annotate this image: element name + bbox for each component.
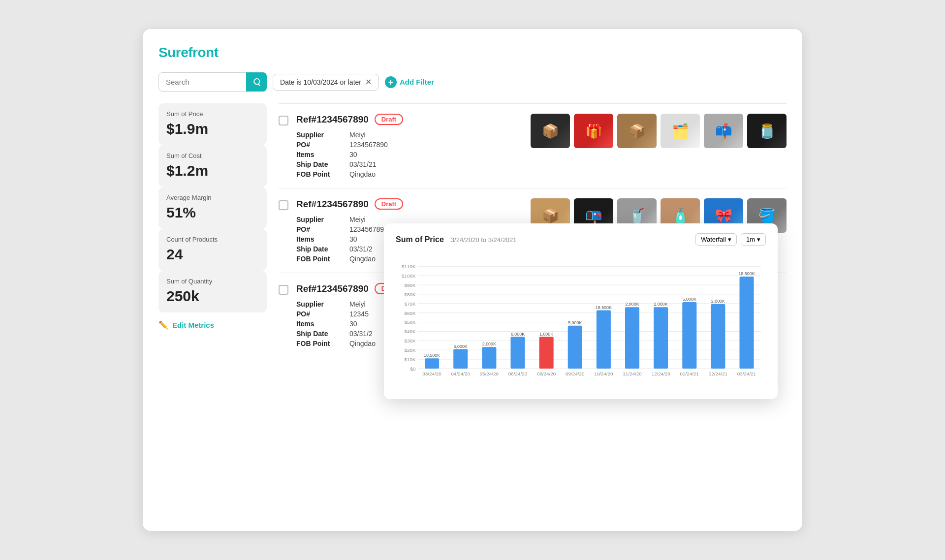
search-button[interactable] (246, 72, 267, 92)
svg-text:5,000K: 5,000K (683, 297, 696, 302)
supplier-value: Meiyi (349, 131, 523, 139)
filter-tag: Date is 10/03/2024 or later ✕ (273, 74, 379, 91)
chart-header: Sum of Price 3/24/2020 to 3/24/2021 Wate… (396, 233, 766, 246)
order-details: Supplier Meiyi PO# 1234567890 Items 30 S… (296, 131, 523, 178)
po-value: 1234567890 (349, 141, 523, 149)
svg-text:18,500K: 18,500K (424, 353, 440, 358)
svg-text:01/24/21: 01/24/21 (680, 371, 699, 376)
app-logo: Surefront (158, 45, 787, 61)
svg-rect-28 (482, 347, 496, 369)
chart-date-range: 3/24/2020 to 3/24/2021 (451, 236, 517, 244)
svg-text:18,500K: 18,500K (596, 305, 612, 310)
svg-text:$50K: $50K (404, 320, 415, 325)
metric-value: 24 (166, 246, 259, 263)
svg-rect-32 (539, 337, 554, 369)
top-bar: Date is 10/03/2024 or later ✕ + Add Filt… (158, 72, 787, 92)
svg-text:02/24/21: 02/24/21 (709, 371, 728, 376)
sidebar: Sum of Price $1.9m Sum of Cost $1.2m Ave… (158, 103, 267, 357)
ship-date-label: Ship Date (296, 330, 346, 338)
svg-rect-36 (597, 311, 611, 369)
svg-text:$30K: $30K (404, 338, 415, 343)
order-checkbox[interactable] (279, 116, 288, 125)
svg-rect-30 (510, 337, 525, 369)
svg-text:2,000K: 2,000K (654, 302, 668, 307)
chart-type-button[interactable]: Waterfall ▾ (695, 233, 737, 246)
metric-value: $1.2m (166, 162, 259, 179)
svg-text:05/24/20: 05/24/20 (480, 371, 499, 376)
order-ref: Ref#1234567890 (296, 114, 369, 125)
metric-value: 250k (166, 288, 259, 305)
supplier-value: Meiyi (349, 216, 523, 223)
chart-title: Sum of Price (396, 235, 444, 244)
chart-svg: $0$10K$20K$30K$40K$50K$60K$70K$80K$90K$1… (396, 253, 766, 391)
metric-card: Sum of Price $1.9m (158, 103, 267, 145)
svg-text:1,000K: 1,000K (539, 332, 553, 337)
svg-text:$40K: $40K (404, 329, 415, 334)
svg-text:2,000K: 2,000K (482, 342, 496, 346)
svg-text:5,000K: 5,000K (568, 320, 582, 325)
metric-label: Count of Products (166, 236, 259, 243)
metric-card: Sum of Quantity 250k (158, 271, 267, 312)
chart-time-button[interactable]: 1m ▾ (741, 233, 766, 246)
svg-rect-42 (682, 302, 696, 369)
svg-text:$60K: $60K (404, 311, 415, 316)
main-container: Surefront Date is 10/03/2024 or later ✕ … (143, 29, 802, 531)
svg-rect-38 (625, 307, 639, 369)
po-label: PO# (296, 310, 346, 318)
chart-overlay: Sum of Price 3/24/2020 to 3/24/2021 Wate… (384, 223, 778, 399)
chevron-down-icon: ▾ (728, 236, 731, 243)
plus-icon: + (385, 76, 397, 88)
order-header: Ref#1234567890 Draft (296, 114, 523, 125)
add-filter-button[interactable]: + Add Filter (385, 76, 434, 88)
order-checkbox[interactable] (279, 285, 288, 295)
items-label: Items (296, 235, 346, 243)
svg-rect-26 (453, 349, 468, 369)
metric-value: 51% (166, 204, 259, 221)
svg-text:09/24/20: 09/24/20 (566, 371, 585, 376)
chart-time-label: 1m (746, 236, 755, 243)
items-label: Items (296, 151, 346, 158)
svg-text:6,000K: 6,000K (511, 332, 525, 337)
filter-label: Date is 10/03/2024 or later (280, 78, 361, 86)
svg-rect-24 (425, 358, 439, 369)
svg-text:10/24/20: 10/24/20 (594, 371, 613, 376)
order-content: Ref#1234567890 Draft Supplier Meiyi PO# … (296, 114, 523, 178)
order-header: Ref#1234567890 Draft (296, 198, 523, 210)
product-image: 🎁 (574, 114, 613, 148)
svg-text:03/24/21: 03/24/21 (737, 371, 756, 376)
svg-text:18,500K: 18,500K (738, 271, 755, 276)
metric-card: Average Margin 51% (158, 187, 267, 229)
product-image: 📫 (704, 114, 743, 148)
po-label: PO# (296, 225, 346, 233)
svg-text:$80K: $80K (404, 292, 415, 297)
order-ref: Ref#1234567890 (296, 199, 369, 210)
product-image: 📦 (531, 114, 570, 148)
order-images: 📦🎁📦🗂️📫🫙 (531, 114, 787, 148)
edit-metrics-button[interactable]: ✏️ Edit Metrics (158, 320, 267, 330)
svg-text:$20K: $20K (404, 347, 415, 353)
svg-rect-40 (654, 307, 668, 369)
svg-text:$70K: $70K (404, 301, 415, 307)
metrics-container: Sum of Price $1.9m Sum of Cost $1.2m Ave… (158, 103, 267, 312)
svg-text:$100K: $100K (402, 273, 416, 279)
ship-date-label: Ship Date (296, 245, 346, 253)
edit-metrics-label: Edit Metrics (172, 321, 214, 329)
filter-close-button[interactable]: ✕ (365, 78, 372, 86)
items-label: Items (296, 320, 346, 328)
chevron-down-icon2: ▾ (757, 236, 760, 243)
svg-text:$110K: $110K (402, 264, 416, 269)
svg-text:12/24/20: 12/24/20 (651, 371, 670, 376)
metric-label: Sum of Price (166, 110, 259, 118)
metric-value: $1.9m (166, 121, 259, 137)
svg-text:04/24/20: 04/24/20 (451, 371, 470, 376)
svg-text:$10K: $10K (404, 357, 415, 362)
product-image: 🫙 (747, 114, 787, 148)
svg-text:11/24/20: 11/24/20 (623, 371, 642, 376)
order-checkbox[interactable] (279, 200, 288, 210)
fob-label: FOB Point (296, 170, 346, 178)
svg-text:08/24/20: 08/24/20 (537, 371, 556, 376)
metric-label: Sum of Cost (166, 152, 259, 159)
svg-text:$0: $0 (410, 366, 416, 372)
svg-rect-34 (568, 326, 582, 369)
fob-label: FOB Point (296, 255, 346, 263)
